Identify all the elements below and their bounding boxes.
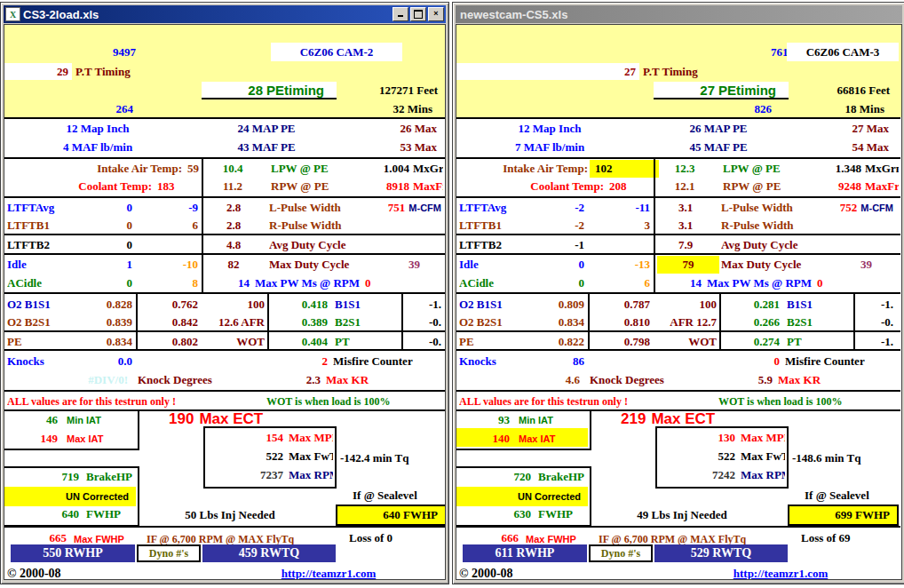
cam-name: C6Z06 CAM-3 — [806, 45, 880, 59]
ltftb2-label: LTFTB2 — [7, 236, 82, 254]
misfire-label: Misfire Counter — [333, 353, 441, 370]
pt-label: PT — [787, 333, 851, 351]
ltftb2-v1: -1 — [535, 236, 584, 254]
knocks-value: 86 — [510, 353, 584, 370]
grid-line — [4, 196, 445, 198]
grid-line — [456, 117, 900, 119]
misfire-value: 2 — [271, 353, 328, 370]
o2-b1s1-clipped: -1. — [429, 296, 443, 314]
maxpw-label: Max PW Ms @ RPM — [255, 274, 360, 292]
rpulse-label: R-Pulse Width — [721, 217, 851, 234]
rwhp-bar: 550 RWHP — [11, 544, 135, 562]
maxpw-value: 14 — [205, 274, 250, 292]
o2-b2s1-mid2: 12.6 AFR — [200, 314, 265, 331]
coolant-temp-value: 208 — [609, 178, 657, 195]
teamzr1-link[interactable]: http://teamzr1.com — [710, 565, 852, 580]
un-corrected-label: UN Corrected — [4, 488, 129, 505]
map-max: 26 Max — [355, 120, 440, 138]
o2-b1s1-clipped: -1. — [881, 296, 899, 314]
max-ect: 190 Max ECT — [169, 410, 364, 428]
minimize-button[interactable] — [393, 7, 408, 21]
rwhp-bar: 611 RWHP — [463, 544, 587, 562]
sealevel-label: If @ Sealevel — [805, 487, 897, 505]
max-iat-label: Max IAT — [519, 430, 586, 448]
grid-line — [4, 526, 445, 528]
fwhp-label: FWHP — [538, 505, 588, 523]
o2-b1s1-mid2: 100 — [200, 296, 265, 314]
intake-air-temp-label: Intake Air Temp: — [456, 160, 588, 178]
max-ect: 219 Max ECT — [621, 410, 816, 428]
mins-value: 18 Mins — [785, 100, 893, 118]
ltftb1-v2: 6 — [136, 217, 198, 234]
o2-b1s1-right-label: B1S1 — [787, 296, 851, 314]
grid-line — [4, 292, 445, 294]
title-bar[interactable]: newestcam-CS5.xls — [456, 5, 902, 23]
mxgrms-value: 1.004 — [347, 160, 409, 178]
sealevel-fwhp-box: 640 FWHP — [336, 505, 446, 526]
testrun-note: ALL values are for this testrun only ! — [7, 393, 260, 410]
teamzr1-link[interactable]: http://teamzr1.com — [258, 565, 400, 580]
map-inch: 12 Map Inch — [483, 120, 616, 138]
o2-b2s1-mid1: 0.842 — [139, 314, 198, 331]
max-fwtq-label: Max FwTq — [289, 448, 333, 465]
o2-b1s1-right-value: 0.418 — [271, 296, 328, 314]
o2-b1s1-mid1: 0.787 — [591, 296, 650, 314]
mcfm-label: M-CFM — [408, 199, 441, 217]
misfire-label: Misfire Counter — [785, 353, 893, 370]
intake-air-temp-value: 102 — [590, 160, 659, 178]
fwhp-label: FWHP — [86, 505, 136, 523]
coolant-temp-label: Coolant Temp: — [456, 178, 604, 195]
mins-value: 32 Mins — [333, 100, 441, 118]
pt-value: 0.404 — [271, 333, 328, 351]
rpm-value: 7613 — [638, 44, 794, 61]
map-inch: 12 Map Inch — [31, 120, 164, 138]
pe-row-label: PE — [7, 333, 78, 351]
max-mph-label: Max MPH — [741, 429, 785, 447]
title-bar[interactable]: X CS3-2load.xls × — [4, 5, 446, 23]
grid-line — [456, 390, 900, 392]
o2-b2s1-clipped: -0. — [881, 314, 899, 331]
max-ect-label: Max ECT — [651, 410, 715, 428]
pt-timing-value: 29 — [4, 63, 68, 81]
feet-value: 127271 Feet — [297, 82, 446, 99]
wot-note: WOT is when load is 100% — [266, 393, 435, 410]
avgduty-value: 4.8 — [205, 236, 262, 254]
pt-value: 0.274 — [723, 333, 780, 351]
knock-degrees-value: #DIV/0! — [53, 371, 128, 389]
wot-label: WOT — [652, 333, 717, 351]
knock-degrees-value: 4.6 — [505, 371, 580, 389]
maxpw-rpm: 0 — [817, 274, 823, 292]
pe-row-clipped: -1. — [881, 333, 899, 351]
grid-line — [4, 157, 445, 159]
aux-value: 826 — [638, 100, 772, 118]
misfire-value: 0 — [723, 353, 780, 370]
pe-timing-value: 27 — [700, 83, 715, 98]
wot-note: WOT is when load is 100% — [718, 393, 887, 410]
maxpw-cell: 14 Max PW Ms @ RPM 0 — [657, 274, 893, 292]
spreadsheet-area: 7613 C6Z06 CAM-3 27 P.T Timing 27 PEtimi… — [456, 24, 902, 580]
grid-line — [4, 330, 445, 332]
min-tq-value: -142.4 min Tq — [340, 449, 441, 467]
o2-b2s1-right-value: 0.389 — [271, 314, 328, 331]
maximize-button[interactable] — [410, 7, 426, 21]
mxgrms-label: MxGrms — [865, 160, 899, 178]
coolant-temp-label: Coolant Temp: — [4, 178, 152, 195]
grid-line — [401, 292, 403, 349]
mcfm-cell: 751 M-CFM — [351, 199, 441, 217]
o2-b2s1-label: O2 B2S1 — [7, 314, 78, 331]
max-mph-value: 130 — [659, 429, 735, 447]
rpw-pe-value: 11.2 — [205, 178, 260, 195]
pe-row-clipped: -0. — [429, 333, 443, 351]
loss-value: Loss of 0 — [349, 529, 440, 547]
dyno-box: Dyno #'s — [589, 544, 653, 562]
map-pe: 24 MAP PE — [204, 120, 329, 138]
o2-b2s1-right-label: B2S1 — [335, 314, 399, 331]
maxfrq-label: MaxFrq — [865, 178, 899, 195]
maf-max: 53 Max — [355, 139, 440, 156]
close-button[interactable]: × — [428, 7, 444, 21]
grid-line — [4, 349, 445, 351]
avgduty-label: Avg Duty Cycle — [721, 236, 851, 254]
max-fwtq-value: 522 — [659, 448, 735, 465]
grid-line — [456, 196, 900, 198]
o2-b2s1-right-value: 0.266 — [723, 314, 780, 331]
